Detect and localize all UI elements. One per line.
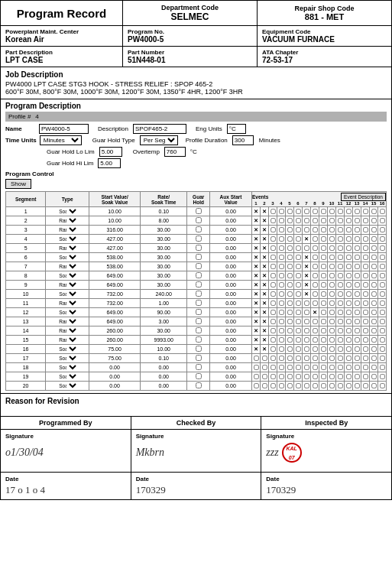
seg-event-14[interactable]: [361, 345, 370, 354]
desc-input[interactable]: [133, 124, 186, 134]
seg-event-12[interactable]: [345, 299, 353, 308]
seg-event-4[interactable]: [277, 336, 286, 345]
seg-event-8[interactable]: [311, 235, 319, 244]
seg-event-13[interactable]: [353, 299, 361, 308]
seg-event-13[interactable]: [353, 308, 361, 317]
seg-guar-hold[interactable]: [187, 216, 210, 226]
seg-event-13[interactable]: [353, 363, 361, 372]
seg-event-2[interactable]: ✕: [261, 308, 269, 317]
seg-event-12[interactable]: [345, 363, 353, 372]
seg-event-15[interactable]: [370, 382, 378, 391]
seg-event-11[interactable]: [336, 244, 345, 253]
seg-event-4[interactable]: [277, 226, 286, 235]
seg-event-5[interactable]: [286, 372, 294, 382]
seg-event-15[interactable]: [370, 271, 378, 281]
seg-event-1[interactable]: ✕: [252, 253, 261, 262]
seg-event-6[interactable]: [294, 372, 303, 382]
seg-event-16[interactable]: [378, 363, 387, 372]
seg-event-6[interactable]: [294, 235, 303, 244]
guar-hold-lo-input[interactable]: [99, 147, 122, 157]
seg-event-13[interactable]: [353, 253, 361, 262]
seg-event-12[interactable]: [345, 290, 353, 299]
seg-event-12[interactable]: [345, 382, 353, 391]
seg-event-3[interactable]: [269, 207, 277, 216]
seg-guar-hold[interactable]: [187, 354, 210, 363]
seg-event-14[interactable]: [361, 354, 370, 363]
seg-event-5[interactable]: [286, 345, 294, 354]
seg-event-11[interactable]: [336, 326, 345, 336]
seg-event-16[interactable]: [378, 336, 387, 345]
seg-guar-hold[interactable]: [187, 281, 210, 290]
event-desc-button[interactable]: Event Description: [341, 193, 386, 201]
seg-event-4[interactable]: [277, 354, 286, 363]
seg-event-4[interactable]: [277, 281, 286, 290]
seg-event-13[interactable]: [353, 207, 361, 216]
seg-event-9[interactable]: [319, 216, 328, 226]
seg-event-12[interactable]: [345, 235, 353, 244]
seg-event-5[interactable]: [286, 281, 294, 290]
seg-event-9[interactable]: [319, 290, 328, 299]
seg-event-16[interactable]: [378, 262, 387, 271]
seg-event-9[interactable]: [319, 253, 328, 262]
seg-event-8[interactable]: [311, 382, 319, 391]
seg-event-9[interactable]: [319, 226, 328, 235]
seg-event-11[interactable]: [336, 372, 345, 382]
seg-event-7[interactable]: [303, 244, 311, 253]
seg-event-15[interactable]: [370, 235, 378, 244]
seg-event-6[interactable]: [294, 382, 303, 391]
seg-event-7[interactable]: [303, 207, 311, 216]
seg-event-4[interactable]: [277, 308, 286, 317]
seg-event-5[interactable]: [286, 207, 294, 216]
seg-event-5[interactable]: [286, 216, 294, 226]
seg-event-16[interactable]: [378, 271, 387, 281]
seg-event-7[interactable]: [303, 345, 311, 354]
seg-event-13[interactable]: [353, 372, 361, 382]
seg-event-14[interactable]: [361, 372, 370, 382]
seg-event-7[interactable]: ✕: [303, 262, 311, 271]
seg-event-12[interactable]: [345, 262, 353, 271]
seg-guar-hold[interactable]: [187, 326, 210, 336]
seg-event-8[interactable]: [311, 226, 319, 235]
seg-guar-hold[interactable]: [187, 308, 210, 317]
seg-event-5[interactable]: [286, 226, 294, 235]
seg-type[interactable]: SoakRamp: [46, 207, 89, 216]
seg-event-12[interactable]: [345, 226, 353, 235]
seg-event-13[interactable]: [353, 226, 361, 235]
seg-event-2[interactable]: [261, 363, 269, 372]
seg-guar-hold[interactable]: [187, 244, 210, 253]
seg-event-2[interactable]: ✕: [261, 317, 269, 326]
seg-event-3[interactable]: [269, 336, 277, 345]
name-input[interactable]: [39, 124, 89, 134]
seg-event-5[interactable]: [286, 244, 294, 253]
seg-type[interactable]: SoakRamp: [46, 372, 89, 382]
seg-type[interactable]: SoakRamp: [46, 336, 89, 345]
seg-type[interactable]: SoakRamp: [46, 308, 89, 317]
seg-event-2[interactable]: ✕: [261, 326, 269, 336]
seg-event-9[interactable]: [319, 326, 328, 336]
seg-event-6[interactable]: [294, 216, 303, 226]
seg-event-1[interactable]: ✕: [252, 299, 261, 308]
seg-event-5[interactable]: [286, 262, 294, 271]
seg-event-5[interactable]: [286, 299, 294, 308]
seg-guar-hold[interactable]: [187, 290, 210, 299]
seg-event-8[interactable]: [311, 345, 319, 354]
seg-event-13[interactable]: [353, 281, 361, 290]
seg-event-1[interactable]: ✕: [252, 326, 261, 336]
seg-event-16[interactable]: [378, 253, 387, 262]
seg-event-15[interactable]: [370, 354, 378, 363]
seg-event-5[interactable]: [286, 336, 294, 345]
seg-event-3[interactable]: [269, 308, 277, 317]
seg-guar-hold[interactable]: [187, 363, 210, 372]
seg-event-7[interactable]: [303, 354, 311, 363]
seg-event-4[interactable]: [277, 326, 286, 336]
seg-event-8[interactable]: [311, 216, 319, 226]
seg-event-4[interactable]: [277, 299, 286, 308]
seg-event-6[interactable]: [294, 354, 303, 363]
seg-event-6[interactable]: [294, 253, 303, 262]
seg-event-13[interactable]: [353, 235, 361, 244]
seg-event-9[interactable]: [319, 345, 328, 354]
seg-event-6[interactable]: [294, 271, 303, 281]
seg-event-15[interactable]: [370, 326, 378, 336]
seg-event-3[interactable]: [269, 216, 277, 226]
seg-event-16[interactable]: [378, 290, 387, 299]
